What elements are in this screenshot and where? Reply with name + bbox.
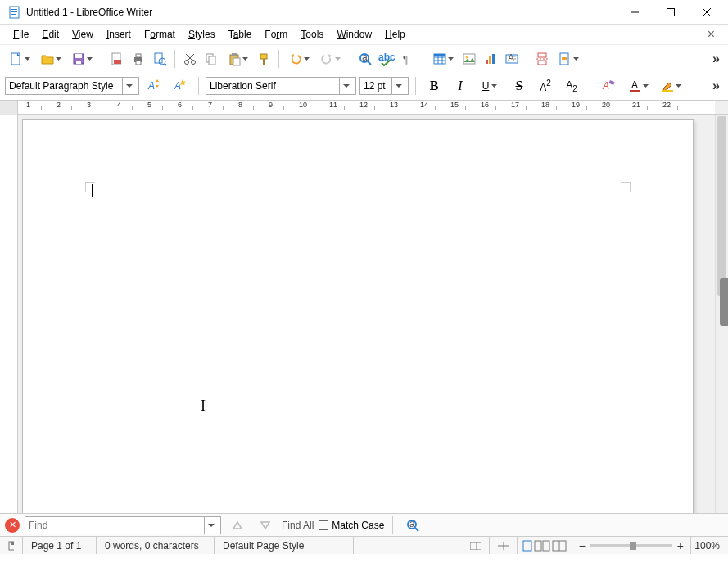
margin-marker-tr [621, 182, 631, 192]
strikethrough-button[interactable]: S [508, 75, 531, 97]
insert-textbox-button[interactable]: A [502, 48, 522, 70]
insert-image-button[interactable] [459, 48, 479, 70]
subscript-button[interactable]: A2 [560, 75, 583, 97]
paragraph-style-input[interactable] [6, 78, 122, 94]
new-button[interactable] [5, 48, 34, 70]
zoom-percent[interactable]: 100% [690, 537, 728, 554]
clear-formatting-button[interactable]: A [597, 75, 620, 97]
find-next-button[interactable] [254, 515, 277, 536]
clone-formatting-button[interactable] [254, 48, 274, 70]
toolbar-overflow-button[interactable]: » [709, 52, 723, 66]
page[interactable] [22, 119, 694, 513]
find-input[interactable] [25, 517, 204, 534]
font-name-input[interactable] [206, 78, 339, 94]
find-combo[interactable] [25, 516, 221, 534]
redo-button[interactable] [315, 48, 345, 70]
insert-page-break-button[interactable] [532, 48, 552, 70]
paste-button[interactable] [223, 48, 252, 70]
find-replace-button[interactable]: a [355, 48, 375, 70]
superscript-button[interactable]: A2 [534, 75, 557, 97]
document-viewport[interactable]: I [18, 115, 715, 513]
update-style-button[interactable]: A [142, 75, 165, 97]
status-insert-mode[interactable] [462, 537, 490, 554]
svg-text:abc: abc [378, 52, 395, 63]
status-save-icon[interactable] [0, 537, 23, 554]
status-selection-mode[interactable] [490, 537, 518, 554]
font-name-combo[interactable] [206, 77, 356, 95]
menu-format[interactable]: Format [138, 26, 182, 43]
svg-rect-45 [489, 56, 491, 64]
view-multi-page-button[interactable] [534, 540, 550, 552]
font-size-input[interactable] [360, 78, 391, 94]
insert-field-button[interactable] [554, 48, 583, 70]
svg-rect-5 [667, 8, 675, 16]
menu-styles[interactable]: Styles [182, 26, 222, 43]
svg-line-22 [188, 54, 194, 61]
zoom-out-button[interactable]: − [579, 539, 586, 552]
sidebar-handle[interactable] [720, 278, 728, 326]
spellcheck-button[interactable]: abc [377, 48, 396, 70]
cut-button[interactable] [180, 48, 200, 70]
svg-line-32 [368, 61, 371, 65]
menu-table[interactable]: Table [222, 26, 259, 43]
zoom-slider-thumb[interactable] [630, 542, 636, 550]
print-preview-button[interactable] [150, 48, 170, 70]
bold-button[interactable]: B [423, 75, 445, 97]
paragraph-style-dropdown[interactable] [122, 78, 135, 94]
ruler-tick-3: 3 [87, 101, 91, 114]
menu-tools[interactable]: Tools [294, 26, 330, 43]
maximize-button[interactable] [653, 0, 689, 25]
formatting-overflow-button[interactable]: » [709, 79, 723, 93]
save-button[interactable] [67, 48, 97, 70]
horizontal-ruler[interactable]: 12345678910111213141516171819202122 [18, 101, 715, 114]
find-prev-button[interactable] [226, 515, 249, 536]
undo-button[interactable] [284, 48, 314, 70]
menu-insert[interactable]: Insert [100, 26, 138, 43]
font-size-dropdown[interactable] [391, 78, 405, 94]
menu-view[interactable]: View [66, 26, 100, 43]
export-pdf-button[interactable] [107, 48, 127, 70]
ruler-tick-21: 21 [632, 101, 640, 114]
scrollbar-thumb[interactable] [717, 116, 726, 296]
menu-help[interactable]: Help [378, 26, 412, 43]
print-button[interactable] [129, 48, 148, 70]
svg-rect-42 [463, 54, 475, 64]
font-color-button[interactable]: A [623, 75, 653, 97]
highlight-color-button[interactable] [656, 75, 685, 97]
open-button[interactable] [36, 48, 66, 70]
menu-edit[interactable]: Edit [35, 26, 66, 43]
menu-file[interactable]: File [7, 26, 35, 43]
underline-button[interactable]: U [475, 75, 504, 97]
status-page[interactable]: Page 1 of 1 [23, 537, 97, 554]
find-close-button[interactable]: ✕ [5, 518, 20, 533]
status-word-count[interactable]: 0 words, 0 characters [97, 537, 215, 554]
minimize-button[interactable] [617, 0, 653, 25]
zoom-in-button[interactable]: + [677, 539, 684, 552]
copy-button[interactable] [201, 48, 221, 70]
svg-rect-60 [608, 80, 614, 85]
menu-form[interactable]: Form [258, 26, 294, 43]
menu-window[interactable]: Window [330, 26, 378, 43]
find-toolbar: ✕ Find All Match Case a [0, 513, 728, 536]
match-case-checkbox[interactable]: Match Case [319, 520, 384, 531]
paragraph-style-combo[interactable] [5, 77, 139, 95]
find-dropdown[interactable] [204, 517, 217, 534]
new-style-button[interactable]: A [169, 75, 192, 97]
vertical-ruler[interactable] [0, 115, 18, 513]
view-single-page-button[interactable] [522, 540, 532, 552]
zoom-slider[interactable] [590, 544, 672, 547]
find-replace-open-button[interactable]: a [401, 515, 424, 536]
insert-table-button[interactable] [428, 48, 458, 70]
svg-text:a: a [409, 518, 415, 529]
close-document-button[interactable]: × [701, 27, 721, 42]
find-all-button[interactable]: Find All [282, 520, 314, 531]
close-button[interactable] [689, 0, 725, 25]
font-size-combo[interactable] [359, 77, 409, 95]
insert-chart-button[interactable] [481, 48, 500, 70]
status-page-style[interactable]: Default Page Style [215, 537, 354, 554]
app-icon [8, 6, 21, 19]
formatting-marks-button[interactable]: ¶ [398, 48, 418, 70]
view-book-button[interactable] [552, 540, 567, 552]
font-name-dropdown[interactable] [339, 78, 352, 94]
italic-button[interactable]: I [449, 75, 472, 97]
